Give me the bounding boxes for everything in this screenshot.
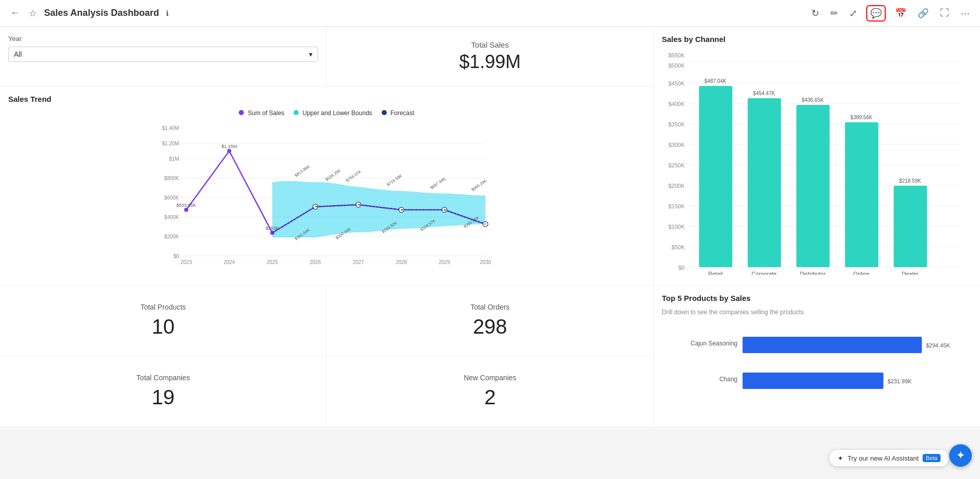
- svg-text:2024: 2024: [223, 259, 235, 264]
- sum-of-sales-dot: [239, 110, 244, 115]
- svg-text:Dealer: Dealer: [902, 271, 919, 275]
- total-orders-label: Total Orders: [470, 303, 509, 311]
- svg-point-62: [227, 149, 232, 153]
- info-icon[interactable]: ℹ: [164, 7, 171, 19]
- svg-rect-23: [699, 86, 733, 267]
- svg-text:$50K: $50K: [672, 244, 685, 250]
- svg-text:$813.86K: $813.86K: [294, 164, 311, 178]
- svg-text:$436.65K: $436.65K: [802, 97, 824, 103]
- svg-text:2025: 2025: [266, 259, 278, 264]
- total-products-value: 10: [152, 315, 175, 338]
- star-icon[interactable]: ☆: [27, 6, 39, 21]
- fullscreen-icon[interactable]: ⛶: [938, 6, 951, 20]
- svg-text:Chang: Chang: [719, 376, 737, 383]
- svg-rect-87: [743, 373, 884, 389]
- top5-chart: Cajun Seasoning $294.45K Chang $231.99K: [662, 324, 972, 416]
- top5-card: Top 5 Products by Sales Drill down to se…: [654, 286, 980, 426]
- total-sales-value: $1.99M: [459, 51, 520, 73]
- svg-text:$218.59K: $218.59K: [899, 178, 921, 184]
- page-title: Sales Analysis Dashboard: [44, 8, 159, 18]
- total-companies-value: 19: [152, 386, 175, 409]
- svg-text:$450K: $450K: [669, 80, 685, 86]
- forecast-dot: [382, 110, 387, 115]
- link-icon[interactable]: 🔗: [915, 6, 931, 21]
- svg-rect-84: [743, 337, 922, 353]
- svg-text:$1M: $1M: [169, 156, 179, 162]
- channel-chart: $0 $50K $100K $150K $200K $250K $300K $3…: [662, 50, 972, 275]
- total-products-label: Total Products: [140, 303, 186, 311]
- svg-text:$716.59K: $716.59K: [386, 173, 403, 187]
- legend-forecast-label: Forecast: [390, 110, 414, 117]
- svg-text:Corporate: Corporate: [752, 271, 777, 275]
- total-orders-value: 298: [473, 315, 507, 338]
- sales-trend-chart: $0 $200K $400K $600K $800K $1M $1.20M $1…: [8, 121, 645, 264]
- svg-text:$1.15M: $1.15M: [221, 144, 237, 149]
- dashboard: Year All ▾ Total Sales $1.99M Sales by C…: [0, 27, 980, 426]
- sales-trend-card: Sales Trend Sum of Sales Upper and Lower…: [0, 86, 653, 285]
- top5-title: Top 5 Products by Sales: [662, 294, 972, 302]
- top-bar-right: ↻ ✏ ⤢ 💬 📅 🔗 ⛶ ⋯: [809, 5, 972, 21]
- channel-title: Sales by Channel: [662, 35, 972, 43]
- legend-bounds: Upper and Lower Bounds: [294, 110, 372, 117]
- svg-text:$800K: $800K: [164, 176, 179, 181]
- chevron-down-icon: ▾: [309, 50, 312, 58]
- svg-text:$1.40M: $1.40M: [162, 125, 179, 131]
- svg-text:$100K: $100K: [669, 224, 685, 230]
- svg-text:$300K: $300K: [669, 142, 685, 148]
- total-sales-label: Total Sales: [471, 40, 509, 49]
- svg-text:$350K: $350K: [669, 121, 685, 127]
- svg-text:$666.20K: $666.20K: [470, 178, 488, 192]
- svg-text:$1.20M: $1.20M: [162, 141, 179, 146]
- svg-text:$500K: $500K: [669, 62, 685, 69]
- svg-rect-26: [748, 98, 781, 267]
- svg-text:$400K: $400K: [669, 101, 685, 107]
- svg-text:2026: 2026: [309, 259, 321, 264]
- sales-trend-title: Sales Trend: [8, 95, 645, 103]
- legend-sum-label: Sum of Sales: [248, 110, 284, 117]
- svg-text:$0: $0: [173, 253, 179, 259]
- svg-text:2030: 2030: [479, 259, 491, 264]
- svg-text:$400K: $400K: [164, 214, 179, 220]
- total-products-card: Total Products 10: [0, 286, 326, 356]
- more-icon[interactable]: ⋯: [958, 6, 972, 21]
- back-icon[interactable]: ←: [8, 6, 22, 20]
- svg-text:$231.99K: $231.99K: [888, 378, 912, 384]
- year-filter-select[interactable]: All ▾: [8, 47, 318, 62]
- top5-subtitle: Drill down to see the companies selling …: [662, 309, 972, 316]
- legend-sum-of-sales: Sum of Sales: [239, 110, 284, 117]
- comment-icon[interactable]: 💬: [866, 5, 886, 21]
- svg-text:$550K: $550K: [669, 52, 685, 58]
- sales-trend-legend: Sum of Sales Upper and Lower Bounds Fore…: [8, 110, 645, 117]
- svg-text:$756.07K: $756.07K: [345, 169, 362, 183]
- year-filter-card: Year All ▾: [0, 27, 326, 86]
- new-companies-value: 2: [484, 386, 495, 409]
- new-companies-card: New Companies 2: [327, 356, 653, 426]
- top-bar-left: ← ☆ Sales Analysis Dashboard ℹ: [8, 6, 171, 21]
- svg-text:$454.47K: $454.47K: [753, 91, 775, 96]
- svg-text:$200K: $200K: [669, 183, 685, 189]
- svg-rect-32: [845, 122, 879, 267]
- schedule-icon[interactable]: 📅: [893, 6, 908, 21]
- edit-icon[interactable]: ✏: [828, 6, 840, 21]
- total-orders-card: Total Orders 298: [327, 286, 653, 356]
- total-companies-card: Total Companies 19: [0, 356, 326, 426]
- legend-bounds-label: Upper and Lower Bounds: [302, 110, 372, 117]
- year-filter-value: All: [14, 50, 22, 58]
- svg-text:$250K: $250K: [669, 162, 685, 168]
- svg-text:Online: Online: [853, 271, 870, 275]
- svg-text:Cajun Seasoning: Cajun Seasoning: [691, 340, 737, 347]
- share-icon[interactable]: ⤢: [847, 6, 859, 21]
- svg-text:$150K: $150K: [669, 203, 685, 209]
- svg-text:$0: $0: [678, 265, 684, 271]
- svg-text:Distributor: Distributor: [800, 271, 825, 275]
- svg-text:$389.56K: $389.56K: [850, 115, 872, 120]
- top-bar: ← ☆ Sales Analysis Dashboard ℹ ↻ ✏ ⤢ 💬 📅…: [0, 0, 980, 27]
- svg-text:2023: 2023: [180, 259, 192, 264]
- refresh-icon[interactable]: ↻: [809, 6, 821, 21]
- svg-text:2028: 2028: [395, 259, 407, 264]
- svg-text:Retail: Retail: [708, 271, 722, 275]
- total-companies-label: Total Companies: [136, 374, 190, 382]
- svg-rect-29: [797, 105, 830, 267]
- new-companies-label: New Companies: [464, 374, 516, 382]
- svg-text:$200K: $200K: [164, 234, 179, 239]
